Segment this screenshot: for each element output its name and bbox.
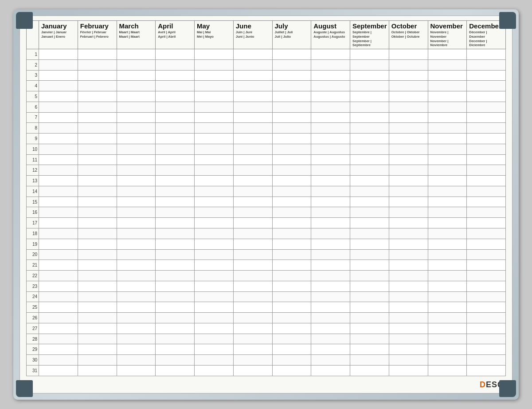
cell-february-8[interactable] — [78, 123, 117, 134]
cell-april-7[interactable] — [156, 112, 195, 123]
cell-july-9[interactable] — [272, 134, 311, 144]
cell-november-1[interactable] — [428, 49, 467, 60]
cell-september-28[interactable] — [350, 334, 389, 344]
cell-october-21[interactable] — [389, 260, 428, 271]
cell-may-8[interactable] — [195, 123, 234, 134]
cell-september-14[interactable] — [350, 186, 389, 197]
cell-september-19[interactable] — [350, 239, 389, 249]
cell-december-14[interactable] — [467, 186, 506, 197]
cell-october-25[interactable] — [389, 302, 428, 313]
cell-july-18[interactable] — [272, 228, 311, 239]
cell-july-30[interactable] — [272, 355, 311, 366]
cell-october-26[interactable] — [389, 313, 428, 323]
cell-may-24[interactable] — [195, 291, 234, 302]
cell-october-16[interactable] — [389, 207, 428, 218]
cell-september-12[interactable] — [350, 165, 389, 176]
cell-july-27[interactable] — [272, 323, 311, 334]
cell-september-21[interactable] — [350, 260, 389, 271]
cell-march-22[interactable] — [117, 271, 156, 281]
cell-june-14[interactable] — [233, 186, 272, 197]
cell-june-3[interactable] — [233, 70, 272, 81]
cell-april-8[interactable] — [156, 123, 195, 134]
cell-july-17[interactable] — [272, 218, 311, 228]
cell-may-6[interactable] — [195, 102, 234, 112]
cell-january-4[interactable] — [39, 81, 78, 91]
cell-april-3[interactable] — [156, 70, 195, 81]
cell-june-12[interactable] — [233, 165, 272, 176]
cell-november-19[interactable] — [428, 239, 467, 249]
cell-september-11[interactable] — [350, 154, 389, 165]
cell-october-5[interactable] — [389, 91, 428, 102]
cell-january-14[interactable] — [39, 186, 78, 197]
cell-october-4[interactable] — [389, 81, 428, 91]
cell-january-17[interactable] — [39, 218, 78, 228]
cell-july-5[interactable] — [272, 91, 311, 102]
cell-march-9[interactable] — [117, 134, 156, 144]
cell-august-12[interactable] — [311, 165, 350, 176]
cell-april-28[interactable] — [156, 334, 195, 344]
cell-april-27[interactable] — [156, 323, 195, 334]
cell-february-24[interactable] — [78, 291, 117, 302]
cell-december-15[interactable] — [467, 197, 506, 207]
cell-july-7[interactable] — [272, 112, 311, 123]
cell-november-2[interactable] — [428, 59, 467, 70]
cell-october-29[interactable] — [389, 344, 428, 355]
cell-october-13[interactable] — [389, 176, 428, 186]
cell-february-19[interactable] — [78, 239, 117, 249]
cell-february-6[interactable] — [78, 102, 117, 112]
cell-may-22[interactable] — [195, 271, 234, 281]
cell-october-2[interactable] — [389, 59, 428, 70]
cell-september-23[interactable] — [350, 281, 389, 291]
cell-august-22[interactable] — [311, 271, 350, 281]
cell-august-5[interactable] — [311, 91, 350, 102]
cell-september-24[interactable] — [350, 291, 389, 302]
cell-february-21[interactable] — [78, 260, 117, 271]
cell-september-8[interactable] — [350, 123, 389, 134]
cell-october-8[interactable] — [389, 123, 428, 134]
cell-august-25[interactable] — [311, 302, 350, 313]
cell-march-19[interactable] — [117, 239, 156, 249]
cell-june-2[interactable] — [233, 59, 272, 70]
cell-may-16[interactable] — [195, 207, 234, 218]
cell-march-25[interactable] — [117, 302, 156, 313]
cell-december-18[interactable] — [467, 228, 506, 239]
cell-july-4[interactable] — [272, 81, 311, 91]
cell-april-10[interactable] — [156, 144, 195, 154]
cell-january-22[interactable] — [39, 271, 78, 281]
cell-june-30[interactable] — [233, 355, 272, 366]
cell-april-1[interactable] — [156, 49, 195, 60]
cell-february-15[interactable] — [78, 197, 117, 207]
cell-august-7[interactable] — [311, 112, 350, 123]
cell-october-10[interactable] — [389, 144, 428, 154]
cell-april-18[interactable] — [156, 228, 195, 239]
cell-may-18[interactable] — [195, 228, 234, 239]
cell-september-17[interactable] — [350, 218, 389, 228]
cell-december-16[interactable] — [467, 207, 506, 218]
cell-august-21[interactable] — [311, 260, 350, 271]
cell-january-11[interactable] — [39, 154, 78, 165]
cell-january-13[interactable] — [39, 176, 78, 186]
cell-november-29[interactable] — [428, 344, 467, 355]
cell-january-10[interactable] — [39, 144, 78, 154]
cell-october-22[interactable] — [389, 271, 428, 281]
cell-december-22[interactable] — [467, 271, 506, 281]
cell-june-27[interactable] — [233, 323, 272, 334]
cell-february-28[interactable] — [78, 334, 117, 344]
cell-january-27[interactable] — [39, 323, 78, 334]
cell-november-4[interactable] — [428, 81, 467, 91]
cell-january-30[interactable] — [39, 355, 78, 366]
cell-september-3[interactable] — [350, 70, 389, 81]
cell-august-6[interactable] — [311, 102, 350, 112]
cell-october-23[interactable] — [389, 281, 428, 291]
cell-october-12[interactable] — [389, 165, 428, 176]
cell-march-26[interactable] — [117, 313, 156, 323]
cell-july-20[interactable] — [272, 249, 311, 260]
cell-august-14[interactable] — [311, 186, 350, 197]
cell-february-22[interactable] — [78, 271, 117, 281]
cell-april-22[interactable] — [156, 271, 195, 281]
cell-august-1[interactable] — [311, 49, 350, 60]
cell-september-15[interactable] — [350, 197, 389, 207]
cell-april-26[interactable] — [156, 313, 195, 323]
cell-march-21[interactable] — [117, 260, 156, 271]
cell-february-2[interactable] — [78, 59, 117, 70]
